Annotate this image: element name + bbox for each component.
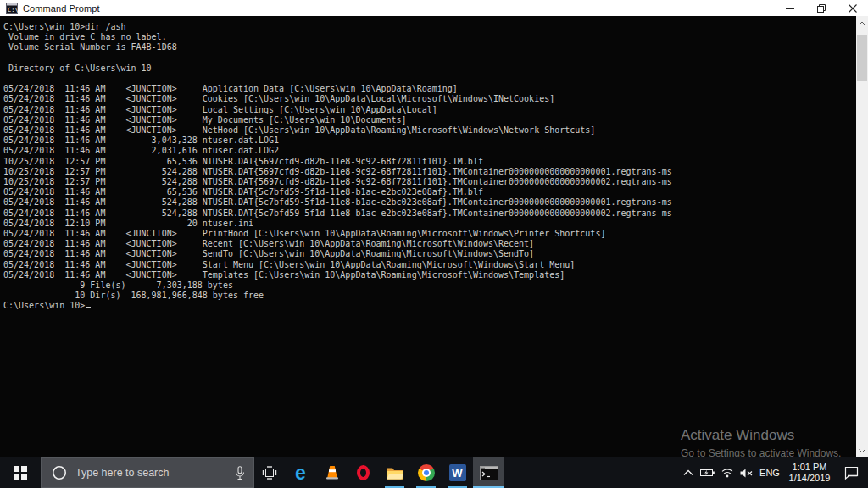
cortana-circle-icon xyxy=(52,465,67,480)
minimize-icon xyxy=(786,4,794,13)
taskbar-app-command-prompt[interactable] xyxy=(473,458,504,488)
taskbar-app-opera[interactable] xyxy=(348,458,379,488)
chrome-icon xyxy=(418,464,435,481)
volume-button[interactable] xyxy=(737,458,756,488)
close-button[interactable] xyxy=(837,0,868,16)
taskbar: e W xyxy=(0,458,868,488)
restore-button[interactable] xyxy=(805,0,837,16)
taskbar-app-word[interactable]: W xyxy=(442,458,473,488)
taskbar-app-file-explorer[interactable] xyxy=(379,458,410,488)
watermark-title: Activate Windows xyxy=(681,427,841,444)
activate-windows-watermark: Activate Windows Go to Settings to activ… xyxy=(681,427,841,459)
scroll-up-arrow-icon[interactable] xyxy=(856,16,868,30)
wifi-icon xyxy=(721,469,733,478)
console-area[interactable]: C:\Users\win 10>dir /ash Volume in drive… xyxy=(0,16,868,458)
close-icon xyxy=(849,4,857,13)
opera-icon xyxy=(357,465,370,480)
word-icon: W xyxy=(449,464,466,481)
restore-icon xyxy=(817,4,826,13)
minimize-button[interactable] xyxy=(774,0,805,16)
language-indicator[interactable]: ENG xyxy=(756,458,783,488)
edge-icon: e xyxy=(295,463,306,483)
console-scrollbar[interactable] xyxy=(856,16,868,458)
taskbar-app-chrome[interactable] xyxy=(410,458,442,488)
svg-text:C:\: C:\ xyxy=(8,7,18,14)
taskbar-search-box[interactable] xyxy=(41,458,254,488)
text-cursor xyxy=(86,307,91,308)
date-label: 1/14/2019 xyxy=(789,473,831,484)
window-title: Command Prompt xyxy=(23,3,100,14)
window-titlebar[interactable]: C:\ Command Prompt xyxy=(0,0,868,16)
time-label: 1:01 PM xyxy=(793,462,827,473)
cmd-window-icon xyxy=(480,466,498,480)
prompt-text: C:\Users\win 10> xyxy=(3,301,85,310)
taskbar-app-edge[interactable]: e xyxy=(285,458,316,488)
scroll-down-arrow-icon[interactable] xyxy=(856,444,868,458)
vlc-cone-icon xyxy=(324,464,341,481)
folder-icon xyxy=(386,466,403,480)
clock[interactable]: 1:01 PM 1/14/2019 xyxy=(783,458,836,488)
battery-charging-icon xyxy=(700,469,715,477)
system-tray: ENG 1:01 PM 1/14/2019 xyxy=(678,458,868,488)
start-button[interactable] xyxy=(0,458,41,488)
action-center-button[interactable] xyxy=(836,458,866,488)
console-output: C:\Users\win 10>dir /ash Volume in drive… xyxy=(3,22,853,301)
taskbar-app-vlc[interactable] xyxy=(316,458,348,488)
command-prompt-line[interactable]: C:\Users\win 10> xyxy=(3,301,853,311)
language-label: ENG xyxy=(760,468,780,478)
scrollbar-thumb[interactable] xyxy=(857,35,867,81)
cmd-app-icon: C:\ xyxy=(6,3,18,14)
task-view-icon xyxy=(262,466,277,480)
network-status-button[interactable] xyxy=(717,458,737,488)
windows-logo-icon xyxy=(14,466,27,480)
battery-status-button[interactable] xyxy=(698,458,717,488)
volume-muted-icon xyxy=(740,469,753,478)
chevron-up-icon xyxy=(683,469,693,476)
task-view-button[interactable] xyxy=(254,458,285,488)
search-input[interactable] xyxy=(75,467,226,479)
microphone-icon[interactable] xyxy=(235,466,245,480)
action-center-icon xyxy=(844,466,859,480)
tray-overflow-button[interactable] xyxy=(678,458,698,488)
